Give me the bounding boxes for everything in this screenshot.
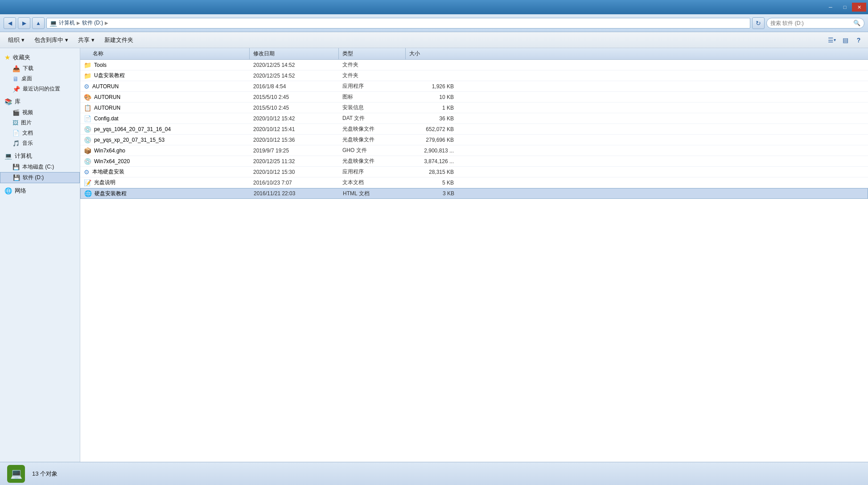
breadcrumb-drive[interactable]: 软件 (D:) <box>82 19 103 27</box>
file-cell-type: 光盘映像文件 <box>339 157 406 165</box>
sidebar-item-picture[interactable]: 🖼 图片 <box>0 118 80 128</box>
file-cell-size: 5 KB <box>406 180 459 186</box>
file-name: Win7x64_2020 <box>94 158 130 164</box>
file-cell-size: 1,926 KB <box>406 83 459 90</box>
include-library-button[interactable]: 包含到库中 ▾ <box>30 34 73 46</box>
titlebar: ─ □ ✕ <box>0 0 868 14</box>
table-row[interactable]: 📁 U盘安装教程 2020/12/25 14:52 文件夹 <box>80 70 868 81</box>
sidebar-network-header[interactable]: 🌐 网络 <box>0 185 80 197</box>
file-cell-name: 💿 pe_yqs_xp_20_07_31_15_53 <box>80 136 250 144</box>
sidebar-library-label: 库 <box>15 98 21 106</box>
maximize-button[interactable]: □ <box>838 3 852 12</box>
up-button[interactable]: ▲ <box>32 17 45 29</box>
table-row[interactable]: 💿 pe_yqs_1064_20_07_31_16_04 2020/10/12 … <box>80 124 868 135</box>
file-cell-name: 📝 光盘说明 <box>80 179 250 186</box>
sidebar-favorites-section: ★ 收藏夹 📥 下载 🖥 桌面 📌 最近访问的位置 <box>0 52 80 94</box>
sidebar-computer-header[interactable]: 💻 计算机 <box>0 150 80 162</box>
file-name: Tools <box>94 62 107 68</box>
col-header-type[interactable]: 类型 <box>339 48 406 59</box>
search-icon[interactable]: 🔍 <box>853 20 860 26</box>
file-cell-date: 2020/10/12 15:36 <box>250 137 339 143</box>
view-arrow: ▾ <box>834 37 836 42</box>
file-cell-type: 应用程序 <box>339 82 406 90</box>
gho-file-icon: 📦 <box>84 147 91 154</box>
download-icon: 📥 <box>12 65 20 72</box>
file-cell-type: 光盘映像文件 <box>339 136 406 144</box>
drive-c-icon: 💾 <box>12 164 20 170</box>
app-file-icon: ⚙ <box>84 83 90 90</box>
new-folder-label: 新建文件夹 <box>104 36 133 44</box>
file-cell-name: ⚙ 本地硬盘安装 <box>80 168 250 176</box>
file-name: pe_yqs_xp_20_07_31_15_53 <box>94 137 165 143</box>
back-button[interactable]: ◀ <box>4 17 16 29</box>
sidebar-item-drive-d[interactable]: 💾 软件 (D:) <box>0 172 80 183</box>
file-cell-name: 🎨 AUTORUN <box>80 94 250 101</box>
include-arrow: ▾ <box>65 37 68 43</box>
file-name: AUTORUN <box>92 83 119 90</box>
col-header-name[interactable]: 名称 <box>80 48 250 59</box>
file-name: AUTORUN <box>94 94 120 100</box>
computer-icon: 💻 <box>4 152 12 160</box>
sidebar-item-download[interactable]: 📥 下载 <box>0 63 80 74</box>
breadcrumb-computer[interactable]: 计算机 <box>59 19 75 27</box>
sidebar-library-header[interactable]: 📚 库 <box>0 96 80 107</box>
table-row[interactable]: 📦 Win7x64.gho 2019/9/7 19:25 GHO 文件 2,90… <box>80 145 868 156</box>
help-icon: ? <box>857 37 861 44</box>
file-cell-name: 📄 Config.dat <box>80 115 250 122</box>
file-name: 硬盘安装教程 <box>95 190 127 197</box>
file-cell-date: 2020/10/12 15:41 <box>250 126 339 132</box>
breadcrumb[interactable]: 💻 计算机 ▶ 软件 (D:) ▶ <box>46 18 750 29</box>
table-row[interactable]: ⚙ 本地硬盘安装 2020/10/12 15:30 应用程序 28,315 KB <box>80 167 868 177</box>
toolbar-icons: ☰ ▾ ▤ ? <box>826 34 864 46</box>
search-input[interactable] <box>770 20 852 26</box>
col-header-size[interactable]: 大小 <box>406 48 459 59</box>
sidebar-item-doc[interactable]: 📄 文档 <box>0 128 80 138</box>
html-file-icon: 🌐 <box>84 190 92 197</box>
doc-icon: 📄 <box>12 130 20 136</box>
file-cell-size: 10 KB <box>406 94 459 100</box>
app-file-icon: ⚙ <box>84 169 90 176</box>
new-folder-button[interactable]: 新建文件夹 <box>100 34 138 46</box>
sidebar-item-music[interactable]: 🎵 音乐 <box>0 138 80 148</box>
table-row[interactable]: 📄 Config.dat 2020/10/12 15:42 DAT 文件 36 … <box>80 113 868 124</box>
table-row[interactable]: 🎨 AUTORUN 2015/5/10 2:45 图标 10 KB <box>80 92 868 103</box>
sidebar-item-drive-c[interactable]: 💾 本地磁盘 (C:) <box>0 162 80 172</box>
breadcrumb-icon: 💻 <box>49 20 57 27</box>
music-icon: 🎵 <box>12 140 20 147</box>
col-header-date[interactable]: 修改日期 <box>250 48 339 59</box>
search-box[interactable]: 🔍 <box>766 18 864 29</box>
sidebar-item-desktop[interactable]: 🖥 桌面 <box>0 74 80 84</box>
file-cell-date: 2020/12/25 14:52 <box>250 73 339 79</box>
text-file-icon: 📝 <box>84 179 91 186</box>
file-name: 光盘说明 <box>94 179 115 186</box>
close-button[interactable]: ✕ <box>852 3 866 12</box>
organize-button[interactable]: 组织 ▾ <box>4 34 29 46</box>
share-button[interactable]: 共享 ▾ <box>74 34 99 46</box>
table-row[interactable]: 📝 光盘说明 2016/10/23 7:07 文本文档 5 KB <box>80 177 868 188</box>
addressbar: ◀ ▶ ▲ 💻 计算机 ▶ 软件 (D:) ▶ ↻ 🔍 <box>0 14 868 32</box>
preview-button[interactable]: ▤ <box>839 34 851 46</box>
file-cell-date: 2016/10/23 7:07 <box>250 180 339 186</box>
table-row[interactable]: 🌐 硬盘安装教程 2016/11/21 22:03 HTML 文档 3 KB <box>80 188 868 199</box>
file-name: AUTORUN <box>94 105 120 111</box>
forward-button[interactable]: ▶ <box>18 17 30 29</box>
share-arrow: ▾ <box>91 37 95 43</box>
refresh-button[interactable]: ↻ <box>752 17 765 29</box>
help-button[interactable]: ? <box>853 34 864 46</box>
sidebar-item-video[interactable]: 🎬 视频 <box>0 107 80 118</box>
view-icon-button[interactable]: ☰ ▾ <box>826 34 838 46</box>
network-icon: 🌐 <box>4 187 12 194</box>
file-cell-type: 光盘映像文件 <box>339 125 406 133</box>
sidebar-drive-d-label: 软件 (D:) <box>23 174 44 181</box>
sidebar-item-recent[interactable]: 📌 最近访问的位置 <box>0 84 80 94</box>
table-row[interactable]: 💿 Win7x64_2020 2020/12/25 11:32 光盘映像文件 3… <box>80 156 868 167</box>
breadcrumb-sep1: ▶ <box>77 21 80 25</box>
table-row[interactable]: 💿 pe_yqs_xp_20_07_31_15_53 2020/10/12 15… <box>80 135 868 145</box>
table-row[interactable]: ⚙ AUTORUN 2016/1/8 4:54 应用程序 1,926 KB <box>80 81 868 92</box>
table-row[interactable]: 📋 AUTORUN 2015/5/10 2:45 安装信息 1 KB <box>80 103 868 113</box>
table-row[interactable]: 📁 Tools 2020/12/25 14:52 文件夹 <box>80 60 868 70</box>
folder-file-icon: 📁 <box>84 62 91 69</box>
minimize-button[interactable]: ─ <box>823 3 838 12</box>
toolbar: 组织 ▾ 包含到库中 ▾ 共享 ▾ 新建文件夹 ☰ ▾ ▤ ? <box>0 32 868 48</box>
sidebar-favorites-header[interactable]: ★ 收藏夹 <box>0 52 80 63</box>
